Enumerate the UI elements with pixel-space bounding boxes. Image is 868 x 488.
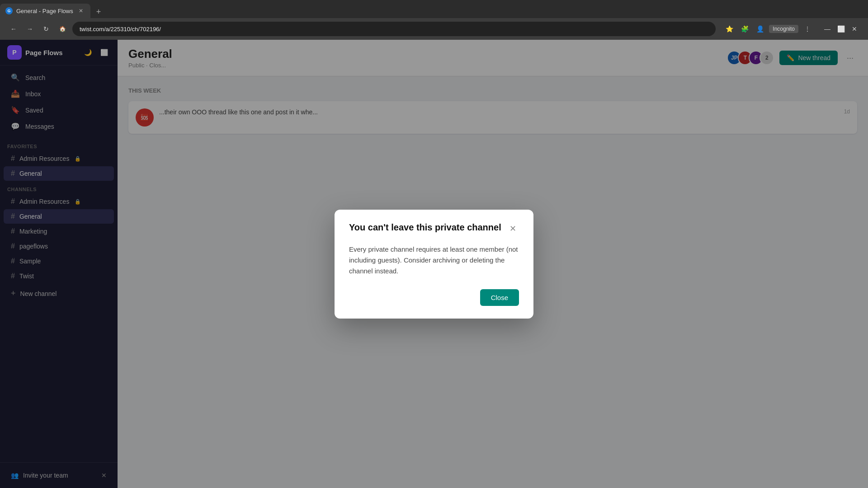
url-input[interactable] (72, 22, 716, 36)
close-window-button[interactable]: ✕ (848, 23, 861, 35)
browser-actions: ⭐ 🧩 👤 Incognito ⋮ (723, 23, 814, 35)
account-button[interactable]: 👤 (754, 23, 766, 35)
modal-footer: Close (349, 289, 519, 306)
tab-close-button[interactable]: ✕ (77, 7, 85, 15)
bookmark-button[interactable]: ⭐ (723, 23, 736, 35)
menu-button[interactable]: ⋮ (801, 23, 814, 35)
tab-favicon: G (5, 7, 13, 14)
browser-chrome: G General - Page Flows ✕ + ← → ↻ 🏠 ⭐ 🧩 👤… (0, 0, 868, 40)
modal-title: You can't leave this private channel (349, 222, 501, 233)
modal-close-x-button[interactable]: ✕ (506, 222, 519, 235)
modal-header: You can't leave this private channel ✕ (349, 222, 519, 235)
extension-button[interactable]: 🧩 (738, 23, 751, 35)
home-button: 🏠 (56, 23, 69, 35)
minimize-button[interactable]: — (821, 23, 834, 35)
new-tab-button[interactable]: + (92, 5, 105, 18)
window-controls: — ⬜ ✕ (821, 23, 861, 35)
maximize-button[interactable]: ⬜ (835, 23, 847, 35)
tab-title: General - Page Flows (16, 8, 73, 14)
incognito-badge: Incognito (769, 25, 798, 33)
address-bar: ← → ↻ 🏠 ⭐ 🧩 👤 Incognito ⋮ — ⬜ ✕ (0, 18, 868, 40)
app: P Page Flows 🌙 ⬜ 🔍 Search 📥 Inbox 🔖 Save… (0, 40, 868, 488)
back-button[interactable]: ← (7, 23, 20, 35)
browser-tab[interactable]: G General - Page Flows ✕ (0, 4, 90, 18)
reload-button[interactable]: ↻ (40, 23, 52, 35)
modal-dialog: You can't leave this private channel ✕ E… (335, 210, 533, 319)
tab-bar: G General - Page Flows ✕ + (0, 0, 868, 18)
modal-overlay: You can't leave this private channel ✕ E… (0, 40, 868, 488)
forward-button[interactable]: → (24, 23, 36, 35)
modal-close-button[interactable]: Close (480, 289, 519, 306)
modal-body: Every private channel requires at least … (349, 244, 519, 277)
